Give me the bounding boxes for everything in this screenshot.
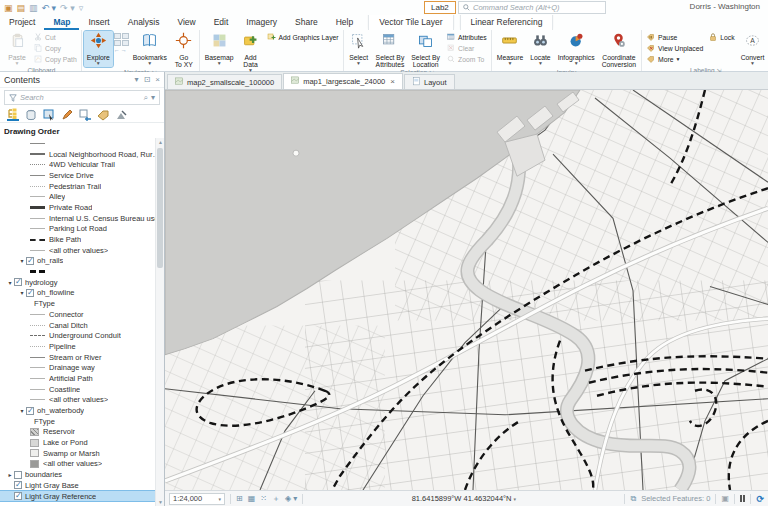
clear-button[interactable]: Clear	[444, 43, 489, 53]
add-data-button[interactable]: Add Data▼	[238, 31, 264, 74]
contents-scrollbar[interactable]: ▲ ▼	[155, 138, 164, 506]
layer-item-light-gray-base[interactable]: Light Gray Base	[0, 480, 164, 491]
ribbon-tab-share[interactable]: Share	[286, 15, 327, 30]
close-pane-icon[interactable]: ×	[155, 75, 160, 84]
contextual-tab-vector-tile-layer[interactable]: Vector Tile Layer	[368, 14, 453, 30]
paste-button[interactable]: Paste▼	[4, 31, 30, 67]
grid-icon[interactable]: ▦	[248, 494, 256, 503]
navigator-icon[interactable]: ◈ ▾	[285, 494, 297, 503]
legend-item[interactable]	[0, 138, 164, 149]
legend-item[interactable]: Reservoir	[0, 427, 164, 438]
legend-item[interactable]: Local Neighborhood Road, Rural Road, Ci.…	[0, 149, 164, 160]
ribbon-tab-map[interactable]: Map	[44, 15, 79, 30]
ribbon-tab-edit[interactable]: Edit	[205, 15, 238, 30]
select-by-location-button[interactable]: Select By Location	[408, 31, 443, 69]
view-tab-map1-largescale-24000[interactable]: map1_largescale_24000×	[283, 73, 403, 89]
list-by-drawing-order-icon[interactable]	[7, 109, 19, 121]
attributes-button[interactable]: Attributes	[444, 32, 489, 42]
legend-item[interactable]: Service Drive	[0, 170, 164, 181]
layer-visibility-checkbox[interactable]	[26, 289, 34, 297]
new-map-icon[interactable]: ⊞	[236, 494, 243, 503]
ribbon-tab-insert[interactable]: Insert	[79, 15, 118, 30]
more-button[interactable]: More ▼	[644, 54, 705, 64]
map-view[interactable]	[165, 89, 768, 490]
collapse-icon[interactable]: ▾	[18, 257, 26, 264]
legend-item[interactable]: Coastline	[0, 384, 164, 395]
legend-item[interactable]: Internal U.S. Census Bureau use	[0, 213, 164, 224]
layer-item-oh-waterbody[interactable]: ▾oh_waterbody	[0, 405, 164, 416]
legend-item[interactable]: <all other values>	[0, 459, 164, 470]
legend-item[interactable]: Pipeline	[0, 341, 164, 352]
layer-visibility-checkbox[interactable]	[26, 257, 34, 265]
add-point-icon[interactable]: ＋	[272, 493, 280, 504]
list-by-snapping-icon[interactable]	[79, 109, 91, 121]
cut-button[interactable]: Cut	[31, 32, 79, 42]
legend-item[interactable]: Lake or Pond	[0, 437, 164, 448]
layer-visibility-checkbox[interactable]	[26, 407, 34, 415]
ribbon-tab-analysis[interactable]: Analysis	[119, 15, 169, 30]
layer-item-hydrology[interactable]: ▾hydrology	[0, 277, 164, 288]
scroll-down-icon[interactable]: ▼	[156, 499, 164, 505]
view-unplaced-button[interactable]: View Unplaced	[644, 43, 705, 53]
refresh-icon[interactable]: ⟳	[756, 494, 764, 504]
pane-menu-icon[interactable]: ▾	[135, 75, 139, 84]
view-tab-layout[interactable]: Layout	[404, 74, 455, 89]
new-project-icon[interactable]: ▣	[4, 3, 13, 13]
snapping-icon[interactable]: ⁙	[260, 494, 267, 503]
legend-item[interactable]: Private Road	[0, 202, 164, 213]
go-to-xy-button[interactable]: Go To XY	[171, 31, 197, 69]
bookmarks-button[interactable]: Bookmarks▼	[130, 31, 170, 67]
legend-item[interactable]: <all other values>	[0, 245, 164, 256]
collapse-icon[interactable]: ▾	[18, 289, 26, 296]
search-options-chevron-icon[interactable]: ▾	[151, 93, 155, 102]
add-graphics-layer-button[interactable]: Add Graphics Layer	[265, 32, 341, 42]
layer-item-oh-flowline[interactable]: ▾oh_flowline	[0, 288, 164, 299]
explore-button[interactable]: Explore▼	[84, 31, 113, 67]
basemap-button[interactable]: Basemap▼	[202, 31, 237, 67]
infographics-button[interactable]: Infographics▼	[555, 31, 598, 67]
expand-icon[interactable]: ▸	[6, 471, 14, 478]
fixed-zoom-tools[interactable]: ←→	[114, 31, 129, 53]
save-project-icon[interactable]: ▥	[29, 3, 38, 13]
legend-item[interactable]: FType	[0, 416, 164, 427]
legend-item[interactable]: <all other values>	[0, 395, 164, 406]
list-by-labeling-icon[interactable]	[97, 109, 109, 121]
cursor-coordinates[interactable]: 81.6415899°W 41.4632044°N ▾	[308, 494, 619, 503]
legend-item[interactable]: Drainage way	[0, 362, 164, 373]
command-search-input[interactable]: Command Search (Alt+Q)	[458, 1, 606, 14]
close-view-icon[interactable]: ×	[390, 77, 395, 86]
legend-item[interactable]: Alley	[0, 191, 164, 202]
ribbon-tab-help[interactable]: Help	[327, 15, 362, 30]
legend-item[interactable]: Connector	[0, 309, 164, 320]
undo-icon[interactable]: ↶ ▾	[42, 3, 57, 13]
ribbon-tab-view[interactable]: View	[168, 15, 204, 30]
ribbon-tab-project[interactable]: Project	[0, 15, 44, 30]
layer-visibility-checkbox[interactable]	[14, 481, 22, 489]
legend-item[interactable]: Swamp or Marsh	[0, 448, 164, 459]
layer-item-boundaries[interactable]: ▸boundaries	[0, 469, 164, 480]
layer-visibility-checkbox[interactable]	[14, 278, 22, 286]
pause-button[interactable]: Pause	[644, 32, 705, 42]
legend-item[interactable]: 4WD Vehicular Trail	[0, 159, 164, 170]
layer-item-oh-rails[interactable]: ▾oh_rails	[0, 256, 164, 267]
zoom-to-button[interactable]: Zoom To	[444, 54, 489, 64]
legend-item[interactable]: Underground Conduit	[0, 330, 164, 341]
scroll-up-icon[interactable]: ▲	[156, 139, 164, 145]
legend-item[interactable]: FType	[0, 298, 164, 309]
pin-icon[interactable]: ⊡	[144, 75, 151, 84]
legend-item[interactable]	[0, 266, 164, 277]
select-by-attributes-button[interactable]: Select By Attributes	[373, 31, 408, 69]
measure-button[interactable]: Measure▼	[494, 31, 526, 67]
convert-button[interactable]: AConvert▼	[738, 31, 768, 67]
copy-button[interactable]: Copy	[31, 43, 79, 53]
legend-item[interactable]: Stream or River	[0, 352, 164, 363]
customize-qat-icon[interactable]: ▿	[79, 3, 84, 13]
selected-features-count[interactable]: Selected Features: 0	[641, 494, 710, 503]
signed-in-user[interactable]: Dorris - Washington	[690, 2, 760, 11]
locate-button[interactable]: Locate▼	[527, 31, 553, 67]
copy-path-button[interactable]: Copy Path	[31, 54, 79, 64]
collapse-icon[interactable]: ▾	[6, 279, 14, 286]
ribbon-tab-imagery[interactable]: Imagery	[237, 15, 286, 30]
layer-visibility-checkbox[interactable]	[14, 471, 22, 479]
list-by-editing-icon[interactable]	[61, 109, 73, 121]
